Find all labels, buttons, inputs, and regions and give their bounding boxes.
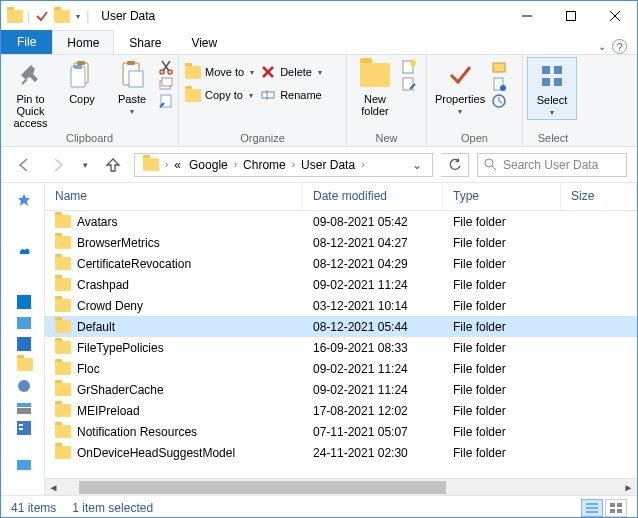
refresh-button[interactable] [441,153,469,177]
file-type: File folder [443,299,561,313]
scroll-thumb[interactable] [79,481,446,494]
table-row[interactable]: OnDeviceHeadSuggestModel24-11-2021 02:30… [45,442,637,463]
help-icon[interactable]: ? [612,39,627,54]
copy-path-icon[interactable] [158,76,174,92]
navpane-item[interactable] [1,291,44,312]
easy-access-icon[interactable] [401,76,417,92]
qat-properties-icon[interactable] [34,8,50,24]
search-input[interactable]: Search User Data [477,153,627,177]
table-row[interactable]: MEIPreload17-08-2021 12:02File folder [45,400,637,421]
history-icon[interactable] [491,93,507,109]
open-icon[interactable] [491,59,507,75]
navpane-item[interactable] [1,240,44,261]
svg-point-26 [500,85,506,91]
properties-dropdown-icon[interactable]: ▾ [458,107,462,116]
chevron-right-icon[interactable]: › [232,159,239,170]
cut-icon[interactable] [158,59,174,75]
rename-button[interactable]: Rename [258,84,324,106]
table-row[interactable]: Default08-12-2021 05:44File folder [45,316,637,337]
group-new-label: New [351,131,422,146]
view-details-button[interactable] [581,499,603,517]
copy-icon [66,59,98,91]
maximize-button[interactable] [549,1,593,31]
copy-button[interactable]: Copy [58,57,106,107]
table-row[interactable]: Crowd Deny03-12-2021 10:14File folder [45,295,637,316]
navpane-item[interactable] [1,417,44,438]
svg-rect-19 [262,92,274,98]
file-name: Notification Resources [77,425,197,439]
qat-dropdown-icon[interactable]: ▾ [74,12,82,21]
scroll-left-icon[interactable]: ◄ [45,479,62,496]
chevron-right-icon[interactable]: › [359,159,366,170]
table-row[interactable]: GrShaderCache09-02-2021 11:24File folder [45,379,637,400]
file-name: OnDeviceHeadSuggestModel [77,446,235,460]
navpane-item[interactable] [1,189,44,210]
tab-file[interactable]: File [1,30,52,54]
nav-back-button[interactable] [11,154,37,176]
navpane-item[interactable] [1,454,44,475]
svg-rect-36 [17,337,31,351]
paste-shortcut-icon[interactable] [158,93,174,109]
svg-rect-24 [493,63,505,72]
breadcrumb[interactable]: › « Google › Chrome › User Data › ⌄ [134,153,433,177]
pin-quick-access-button[interactable]: Pin to Quick access [5,57,56,131]
horizontal-scrollbar[interactable]: ◄ ► [45,478,637,495]
new-item-icon[interactable] [401,59,417,75]
select-button[interactable]: Select ▾ [527,57,577,120]
view-icons-button[interactable] [605,499,627,517]
paste-dropdown-icon[interactable]: ▾ [130,107,134,116]
crumb-userdata[interactable]: User Data [297,158,359,172]
tab-view[interactable]: View [176,30,232,54]
navpane-item[interactable] [1,396,44,417]
navpane-item[interactable] [1,333,44,354]
tab-home[interactable]: Home [52,30,114,54]
scroll-right-icon[interactable]: ► [620,479,637,496]
file-name: Avatars [77,215,117,229]
col-date[interactable]: Date modified [303,183,443,210]
table-row[interactable]: Floc09-02-2021 11:24File folder [45,358,637,379]
breadcrumb-prefix[interactable]: « [170,158,185,172]
move-to-button[interactable]: Move to▾ [183,61,256,83]
folder-icon [55,404,71,417]
new-folder-button[interactable]: New folder [351,57,399,119]
col-size[interactable]: Size [561,183,637,210]
table-row[interactable]: FileTypePolicies16-09-2021 08:33File fol… [45,337,637,358]
delete-button[interactable]: Delete▾ [258,61,324,83]
table-row[interactable]: BrowserMetrics08-12-2021 04:27File folde… [45,232,637,253]
properties-button[interactable]: Properties ▾ [431,57,489,118]
file-type: File folder [443,341,561,355]
paste-button[interactable]: Paste ▾ [108,57,156,118]
nav-recent-dropdown[interactable]: ▾ [79,158,92,172]
chevron-right-icon[interactable]: › [290,159,297,170]
table-row[interactable]: Notification Resources07-11-2021 05:07Fi… [45,421,637,442]
minimize-button[interactable] [505,1,549,31]
svg-rect-11 [129,71,143,87]
folder-icon [55,320,71,333]
col-type[interactable]: Type [443,183,561,210]
svg-rect-42 [19,428,23,430]
nav-up-button[interactable] [100,154,126,176]
address-dropdown-icon[interactable]: ⌄ [406,158,428,172]
navpane-item[interactable] [1,312,44,333]
file-date: 09-08-2021 05:42 [303,215,443,229]
navpane-item[interactable] [1,375,44,396]
close-button[interactable] [593,1,637,31]
table-row[interactable]: CertificateRevocation08-12-2021 04:29Fil… [45,253,637,274]
file-name: FileTypePolicies [77,341,164,355]
col-name[interactable]: Name [45,183,303,210]
chevron-right-icon[interactable]: › [163,159,170,170]
table-row[interactable]: Avatars09-08-2021 05:42File folder [45,211,637,232]
move-to-icon [185,64,201,80]
table-row[interactable]: Crashpad09-02-2021 11:24File folder [45,274,637,295]
navigation-pane[interactable] [1,183,45,495]
crumb-google[interactable]: Google [185,158,232,172]
edit-icon[interactable] [491,76,507,92]
ribbon-collapse-icon[interactable]: ⌄ [598,41,606,52]
crumb-chrome[interactable]: Chrome [239,158,290,172]
navpane-item[interactable] [1,354,44,375]
copy-to-button[interactable]: Copy to▾ [183,84,256,106]
svg-rect-7 [71,67,85,87]
nav-forward-button[interactable] [45,154,71,176]
tab-share[interactable]: Share [114,30,176,54]
select-dropdown-icon[interactable]: ▾ [550,108,554,117]
